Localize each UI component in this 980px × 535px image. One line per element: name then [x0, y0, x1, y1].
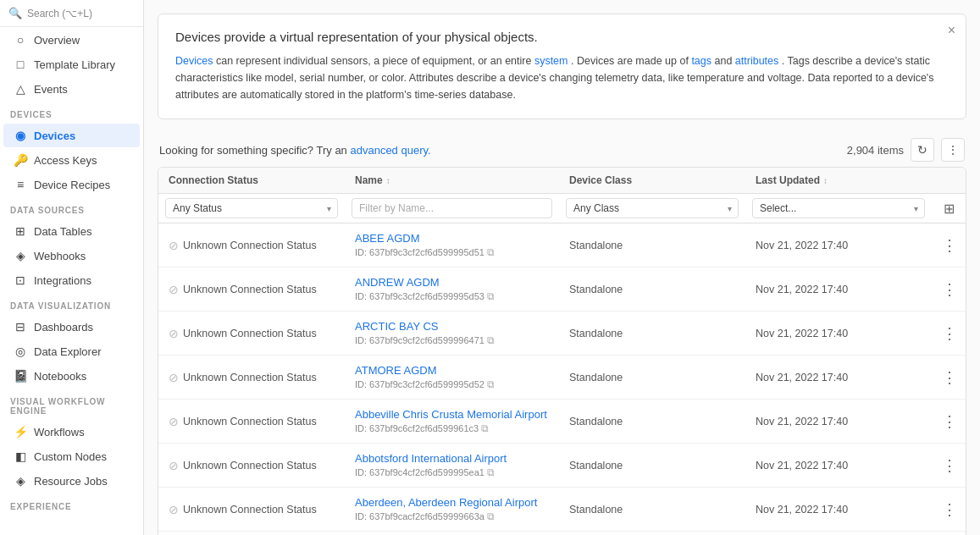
search-bar[interactable]: 🔍 Search (⌥+L) — [0, 0, 143, 27]
sidebar-item-notebooks[interactable]: 📓 Notebooks — [3, 364, 140, 388]
connection-status-select[interactable]: Any Status Connected Disconnected Unknow… — [165, 198, 338, 218]
experience-section-label: EXPERIENCE — [0, 494, 143, 515]
sidebar-item-access-keys[interactable]: 🔑 Access Keys — [3, 148, 140, 172]
table-row: ⊘ Unknown Connection Status ATMORE AGDM … — [158, 356, 966, 400]
last-updated-select[interactable]: Select... — [752, 198, 925, 218]
columns-icon[interactable]: ⊞ — [944, 201, 955, 217]
device-name-link[interactable]: ANDREW AGDM — [355, 276, 440, 289]
more-options-button[interactable]: ⋮ — [941, 138, 965, 162]
system-link[interactable]: system — [534, 55, 568, 67]
sidebar-item-label: Devices — [34, 130, 75, 142]
cell-device-class: Standalone — [559, 451, 745, 480]
sidebar-item-label: Custom Nodes — [34, 450, 107, 463]
col-header-last-updated[interactable]: Last Updated ↕ — [745, 168, 932, 193]
copy-icon[interactable]: ⧉ — [487, 334, 495, 346]
sidebar-item-label: Template Library — [34, 58, 115, 71]
cell-last-updated: Nov 21, 2022 17:40 — [745, 451, 932, 480]
cell-device-class: Standalone — [559, 363, 745, 392]
refresh-button[interactable]: ↻ — [911, 138, 934, 162]
table-row: ⊘ Unknown Connection Status ABEE AGDM ID… — [158, 223, 966, 268]
sidebar-item-resource-jobs[interactable]: ◈ Resource Jobs — [3, 469, 140, 493]
cell-device-class: Standalone — [559, 231, 745, 260]
cell-actions: ⋮ — [932, 404, 966, 439]
conn-status-text: Unknown Connection Status — [183, 460, 317, 472]
device-name-link[interactable]: Abbotsford International Airport — [355, 452, 507, 465]
sidebar-item-label: Dashboards — [34, 321, 93, 334]
sidebar-section-data-visualization: ⊟ Dashboards ◎ Data Explorer 📓 Notebooks — [0, 314, 143, 389]
row-more-button[interactable]: ⋮ — [942, 236, 957, 255]
webhooks-icon: ◈ — [14, 249, 27, 262]
sidebar-item-webhooks[interactable]: ◈ Webhooks — [3, 244, 140, 268]
sidebar-item-label: Access Keys — [34, 154, 97, 167]
copy-icon[interactable]: ⧉ — [481, 422, 489, 434]
devices-section-label: DEVICES — [0, 102, 143, 123]
events-icon: △ — [14, 82, 27, 96]
copy-icon[interactable]: ⧉ — [487, 246, 495, 258]
cell-actions: ⋮ — [932, 272, 966, 307]
col-header-actions — [932, 168, 966, 193]
sidebar-item-overview[interactable]: ○ Overview — [3, 28, 140, 52]
device-name-link[interactable]: ARCTIC BAY CS — [355, 320, 438, 333]
sidebar-item-custom-nodes[interactable]: ◧ Custom Nodes — [3, 444, 140, 468]
advanced-query-link[interactable]: advanced query. — [350, 144, 430, 157]
copy-icon[interactable]: ⧉ — [487, 378, 495, 390]
cell-last-updated: Nov 21, 2022 17:40 — [745, 231, 932, 260]
sidebar-item-workflows[interactable]: ⚡ Workflows — [3, 420, 140, 444]
device-id: ID: 637bf9c3cf2cf6d599995d53 ⧉ — [355, 290, 495, 302]
data-sources-section-label: DATA SOURCES — [0, 197, 143, 218]
toolbar-query-text: Looking for something specific? Try an a… — [159, 144, 431, 157]
tags-link[interactable]: tags — [691, 55, 711, 67]
sidebar-item-label: Events — [34, 83, 68, 96]
toolbar: Looking for something specific? Try an a… — [144, 133, 980, 167]
main-content: Devices provide a virtual representation… — [144, 0, 980, 535]
sidebar-item-device-recipes[interactable]: ≡ Device Recipes — [3, 173, 140, 196]
search-icon: 🔍 — [8, 7, 22, 19]
sidebar-item-integrations[interactable]: ⊡ Integrations — [3, 268, 140, 292]
device-name-link[interactable]: Abbeville Chris Crusta Memorial Airport — [355, 408, 547, 421]
close-icon[interactable]: × — [948, 23, 955, 38]
row-more-button[interactable]: ⋮ — [942, 412, 957, 431]
sidebar-item-devices[interactable]: ◉ Devices — [3, 124, 140, 147]
device-name-link[interactable]: Aberdeen, Aberdeen Regional Airport — [355, 496, 537, 509]
copy-icon[interactable]: ⧉ — [487, 290, 495, 302]
items-count: 2,904 items — [847, 144, 904, 157]
sidebar-item-data-tables[interactable]: ⊞ Data Tables — [3, 219, 140, 243]
cell-conn-status: ⊘ Unknown Connection Status — [158, 318, 345, 349]
row-more-button[interactable]: ⋮ — [942, 368, 957, 387]
row-more-button[interactable]: ⋮ — [942, 280, 957, 299]
conn-status-icon: ⊘ — [169, 503, 179, 516]
row-more-button[interactable]: ⋮ — [942, 500, 957, 519]
copy-icon[interactable]: ⧉ — [487, 510, 495, 522]
sidebar-section-devices: ◉ Devices 🔑 Access Keys ≡ Device Recipes — [0, 123, 143, 197]
integrations-icon: ⊡ — [14, 273, 27, 287]
data-tables-icon: ⊞ — [14, 224, 27, 238]
table-row: ⊘ Unknown Connection Status Abbotsford I… — [158, 444, 966, 488]
sidebar-item-label: Device Recipes — [34, 179, 110, 191]
sidebar: 🔍 Search (⌥+L) ○ Overview □ Template Lib… — [0, 0, 144, 535]
cell-last-updated: Nov 21, 2022 17:40 — [745, 275, 932, 304]
device-name-link[interactable]: ABEE AGDM — [355, 232, 420, 245]
device-name-link[interactable]: ATMORE AGDM — [355, 364, 437, 377]
name-filter-input[interactable] — [352, 198, 552, 218]
copy-icon[interactable]: ⧉ — [487, 466, 495, 478]
sidebar-item-template-library[interactable]: □ Template Library — [3, 52, 140, 76]
sidebar-item-data-explorer[interactable]: ◎ Data Explorer — [3, 339, 140, 363]
sidebar-item-dashboards[interactable]: ⊟ Dashboards — [3, 315, 140, 339]
sidebar-item-events[interactable]: △ Events — [3, 77, 140, 101]
row-more-button[interactable]: ⋮ — [942, 456, 957, 475]
cell-actions: ⋮ — [932, 492, 966, 527]
conn-status-icon: ⊘ — [169, 283, 179, 296]
device-id: ID: 637bf9c9cf2cf6d599996471 ⧉ — [355, 334, 495, 346]
filter-col-btn: ⊞ — [932, 194, 966, 223]
col-header-name[interactable]: Name ↕ — [345, 168, 559, 193]
cell-conn-status: ⊘ Unknown Connection Status — [158, 230, 345, 261]
attributes-link[interactable]: attributes — [735, 55, 778, 67]
cell-last-updated: Nov 21, 2022 17:40 — [745, 319, 932, 348]
device-class-select[interactable]: Any Class Standalone Gateway Peripheral — [566, 198, 739, 218]
devices-link[interactable]: Devices — [175, 55, 213, 67]
device-id: ID: 637bf9c6cf2cf6d599961c3 ⧉ — [355, 422, 489, 434]
conn-status-icon: ⊘ — [169, 371, 179, 384]
conn-status-text: Unknown Connection Status — [183, 284, 317, 295]
device-recipes-icon: ≡ — [14, 178, 27, 191]
row-more-button[interactable]: ⋮ — [942, 324, 957, 343]
